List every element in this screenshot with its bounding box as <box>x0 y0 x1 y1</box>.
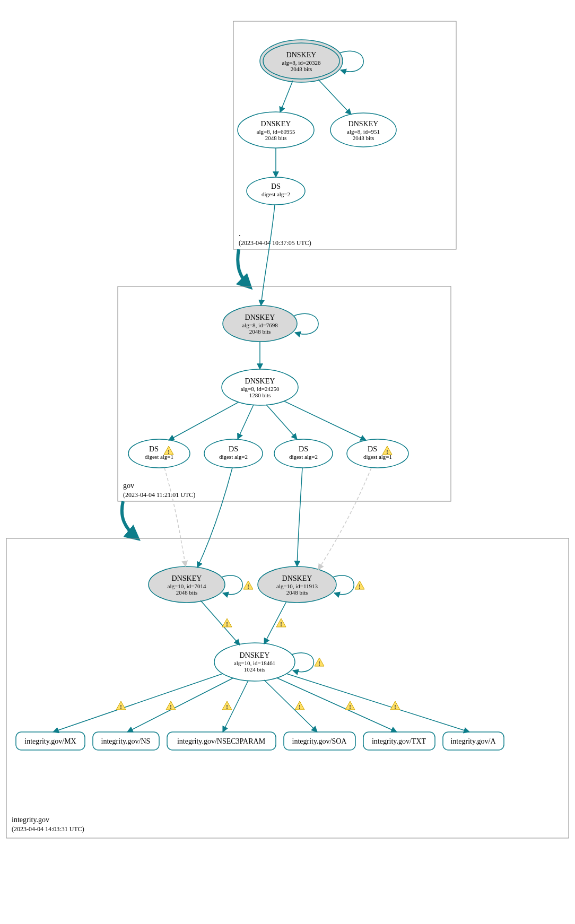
svg-text:alg=10, id=7014: alg=10, id=7014 <box>168 583 206 589</box>
svg-text:!: ! <box>226 621 228 628</box>
svg-text:2048 bits: 2048 bits <box>291 66 312 72</box>
dnssec-chain-diagram: . (2023-04-04 10:37:05 UTC) DNSKEY alg=8… <box>0 0 575 924</box>
rr-nsec3: integrity.gov/NSEC3PARAM <box>167 732 276 750</box>
node-gov-ds2: DS digest alg=2 <box>204 439 263 468</box>
svg-text:2048 bits: 2048 bits <box>286 589 308 596</box>
edge-gov-to-integrity <box>122 501 137 538</box>
warn-ksk1-zsk: ! <box>222 618 232 628</box>
svg-text:DS: DS <box>368 445 377 453</box>
svg-text:alg=8, id=20326: alg=8, id=20326 <box>282 59 321 66</box>
warn-ns: ! <box>166 701 176 711</box>
warn-ksk1-loop: ! <box>243 581 253 590</box>
zone-integrity-name: integrity.gov <box>12 816 49 824</box>
svg-text:1024 bits: 1024 bits <box>244 666 266 673</box>
warn-ksk2-zsk: ! <box>276 618 286 628</box>
warn-soa: ! <box>295 701 304 711</box>
svg-text:integrity.gov/NSEC3PARAM: integrity.gov/NSEC3PARAM <box>177 737 266 745</box>
svg-text:alg=10, id=11913: alg=10, id=11913 <box>276 583 318 589</box>
zone-root-name: . <box>239 230 241 238</box>
svg-text:digest alg=2: digest alg=2 <box>219 454 248 460</box>
node-root-zsk-951: DNSKEY alg=8, id=951 2048 bits <box>330 113 396 147</box>
zone-gov-timestamp: (2023-04-04 11:21:01 UTC) <box>123 491 195 499</box>
warn-a: ! <box>390 701 400 711</box>
svg-text:DS: DS <box>229 445 238 453</box>
zone-root: . (2023-04-04 10:37:05 UTC) DNSKEY alg=8… <box>233 21 456 249</box>
svg-text:alg=8, id=951: alg=8, id=951 <box>347 128 380 135</box>
svg-text:DNSKEY: DNSKEY <box>172 574 202 582</box>
rr-a: integrity.gov/A <box>443 732 504 750</box>
node-gov-ksk: DNSKEY alg=8, id=7698 2048 bits <box>223 306 297 342</box>
svg-text:DNSKEY: DNSKEY <box>286 51 317 59</box>
svg-text:!: ! <box>386 448 388 456</box>
edge-root-to-gov <box>238 249 249 286</box>
rr-mx: integrity.gov/MX <box>16 732 85 750</box>
warn-zsk-loop: ! <box>315 658 324 667</box>
rr-ns: integrity.gov/NS <box>93 732 159 750</box>
warn-ksk2-loop: ! <box>355 581 364 590</box>
zone-integrity-timestamp: (2023-04-04 14:03:31 UTC) <box>12 825 84 833</box>
node-int-ksk-11913: DNSKEY alg=10, id=11913 2048 bits <box>258 566 336 603</box>
warn-txt: ! <box>345 701 355 711</box>
svg-text:1280 bits: 1280 bits <box>249 392 271 398</box>
node-root-ds: DS digest alg=2 <box>247 177 305 205</box>
svg-text:integrity.gov/TXT: integrity.gov/TXT <box>372 737 426 745</box>
svg-text:!: ! <box>226 703 228 711</box>
zone-integrity: integrity.gov (2023-04-04 14:03:31 UTC) … <box>6 468 569 838</box>
rr-txt: integrity.gov/TXT <box>363 732 435 750</box>
svg-text:alg=8, id=24250: alg=8, id=24250 <box>241 386 280 392</box>
warn-n3: ! <box>222 701 232 711</box>
svg-text:integrity.gov/MX: integrity.gov/MX <box>24 737 76 745</box>
svg-text:DNSKEY: DNSKEY <box>245 313 275 321</box>
svg-text:!: ! <box>170 703 172 711</box>
svg-text:integrity.gov/NS: integrity.gov/NS <box>101 737 151 745</box>
node-int-ksk-7014: DNSKEY alg=10, id=7014 2048 bits <box>149 566 225 603</box>
svg-text:!: ! <box>280 621 282 628</box>
zone-gov-name: gov <box>123 482 134 490</box>
svg-text:!: ! <box>120 703 122 711</box>
node-int-zsk: DNSKEY alg=10, id=18461 1024 bits <box>214 643 295 681</box>
svg-text:alg=10, id=18461: alg=10, id=18461 <box>234 660 275 666</box>
svg-text:2048 bits: 2048 bits <box>249 328 271 335</box>
svg-text:integrity.gov/SOA: integrity.gov/SOA <box>292 737 347 745</box>
node-gov-zsk: DNSKEY alg=8, id=24250 1280 bits <box>222 369 298 405</box>
svg-text:!: ! <box>299 703 301 711</box>
svg-text:DNSKEY: DNSKEY <box>261 120 291 128</box>
svg-text:2048 bits: 2048 bits <box>176 589 198 596</box>
svg-text:!: ! <box>247 583 249 590</box>
svg-text:DS: DS <box>271 182 281 190</box>
svg-text:alg=8, id=7698: alg=8, id=7698 <box>242 322 278 328</box>
svg-text:alg=8, id=60955: alg=8, id=60955 <box>257 128 295 135</box>
node-gov-ds1: DS digest alg=1 <box>128 439 190 468</box>
node-root-ksk: DNSKEY alg=8, id=20326 2048 bits <box>260 40 343 82</box>
svg-text:DNSKEY: DNSKEY <box>240 651 270 659</box>
node-gov-ds4: DS digest alg=1 <box>347 439 408 468</box>
svg-text:2048 bits: 2048 bits <box>265 135 287 141</box>
svg-text:integrity.gov/A: integrity.gov/A <box>450 737 496 745</box>
zone-root-timestamp: (2023-04-04 10:37:05 UTC) <box>239 239 311 247</box>
svg-text:!: ! <box>318 660 320 667</box>
svg-text:DNSKEY: DNSKEY <box>282 574 312 582</box>
svg-text:DNSKEY: DNSKEY <box>245 377 275 385</box>
svg-text:!: ! <box>394 703 396 711</box>
rr-soa: integrity.gov/SOA <box>284 732 355 750</box>
svg-text:!: ! <box>359 583 361 590</box>
svg-text:2048 bits: 2048 bits <box>353 135 374 141</box>
svg-text:DS: DS <box>299 445 308 453</box>
node-root-zsk-60955: DNSKEY alg=8, id=60955 2048 bits <box>238 112 314 148</box>
svg-text:DNSKEY: DNSKEY <box>349 120 379 128</box>
svg-text:!: ! <box>168 448 170 456</box>
svg-text:digest alg=2: digest alg=2 <box>289 454 318 460</box>
svg-text:DS: DS <box>149 445 159 453</box>
node-gov-ds3: DS digest alg=2 <box>274 439 333 468</box>
svg-text:digest alg=2: digest alg=2 <box>262 191 290 197</box>
warn-mx: ! <box>116 701 126 711</box>
svg-text:!: ! <box>349 703 351 711</box>
